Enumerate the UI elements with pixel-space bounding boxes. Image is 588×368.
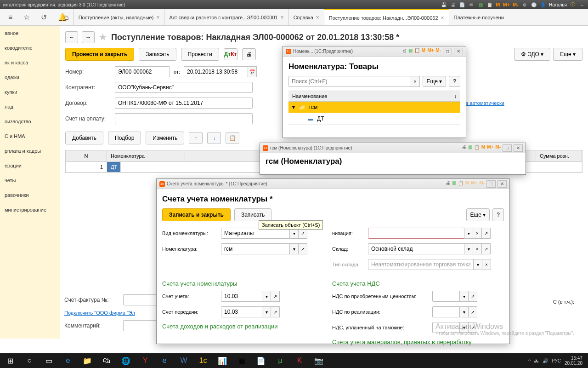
open-icon[interactable]: ↗: [271, 291, 280, 302]
word-icon[interactable]: W: [175, 354, 192, 367]
clock-icon[interactable]: 🕐: [531, 1, 537, 8]
post-close-button[interactable]: Провести и закрыть: [65, 48, 134, 61]
back-button[interactable]: ←: [65, 31, 78, 43]
print-icon[interactable]: 🖨: [462, 144, 466, 152]
kaspersky-icon[interactable]: K: [291, 354, 308, 367]
dropdown-icon[interactable]: ▾: [289, 243, 299, 254]
nds-sale-input[interactable]: [432, 306, 460, 317]
dropdown-icon[interactable]: ▾: [464, 228, 473, 239]
tray-expand-icon[interactable]: ^: [528, 358, 531, 363]
user-name[interactable]: Наталья: [549, 2, 567, 7]
sidebar-item[interactable]: авное: [0, 26, 60, 40]
save-icon[interactable]: 💾: [441, 1, 447, 8]
account-input[interactable]: [221, 291, 262, 302]
grid-icon[interactable]: ▦: [408, 48, 413, 55]
start-button[interactable]: ⊞: [2, 354, 18, 367]
mem-mplus[interactable]: M+: [503, 2, 510, 7]
tab-payment-orders[interactable]: Платежные поручени: [449, 9, 509, 25]
print-icon[interactable]: 🖨: [446, 180, 450, 188]
plus-icon[interactable]: ⊕: [521, 1, 528, 8]
mem-mminus[interactable]: M-: [495, 144, 501, 152]
print-icon[interactable]: 🖨: [450, 1, 456, 8]
forward-button[interactable]: →: [82, 31, 95, 43]
app-icon[interactable]: 📄: [253, 354, 269, 367]
selected-cell[interactable]: ДТ: [107, 162, 121, 172]
number-input[interactable]: [115, 66, 170, 77]
sidebar-item[interactable]: рплата и кадры: [0, 144, 60, 158]
list-item-gsm[interactable]: ▾📁гсм: [288, 102, 460, 113]
1c-icon[interactable]: 1c: [195, 354, 211, 367]
open-icon[interactable]: ↗: [298, 243, 307, 254]
tab-goods-receipt[interactable]: Поступление товаров: Накладн...ЭЛ00-0000…: [324, 9, 449, 25]
home-icon[interactable]: ⌂: [60, 13, 74, 22]
clear-icon[interactable]: ×: [473, 228, 482, 239]
change-button[interactable]: Изменить: [146, 132, 184, 144]
calendar-icon[interactable]: 📋: [486, 1, 493, 8]
print-icon[interactable]: 🖨: [402, 48, 407, 55]
app-icon[interactable]: ▦: [233, 354, 250, 367]
date-input[interactable]: [184, 66, 248, 77]
sidebar-item[interactable]: министрирование: [0, 202, 60, 217]
post-button[interactable]: Провести: [181, 48, 219, 61]
dropdown-icon[interactable]: ▾: [262, 291, 271, 302]
close-icon[interactable]: ×: [281, 14, 284, 21]
print-button[interactable]: 🖨: [242, 48, 256, 60]
sidebar-item[interactable]: лад: [0, 99, 60, 114]
open-icon[interactable]: ↗: [481, 228, 491, 239]
edo-button[interactable]: ⚙ ЭДО ▾: [514, 48, 550, 61]
info-icon[interactable]: ⓘ: [570, 1, 576, 8]
pick-button[interactable]: Подбор: [108, 132, 141, 144]
clear-icon[interactable]: ×: [482, 259, 491, 270]
network-icon[interactable]: 🖧: [534, 358, 539, 363]
transfer-input[interactable]: [221, 306, 262, 317]
mem-m[interactable]: M: [496, 2, 500, 7]
maximize-icon[interactable]: □: [486, 180, 496, 188]
sidebar-item[interactable]: ерации: [0, 158, 60, 173]
sidebar-item[interactable]: купки: [0, 85, 60, 99]
tab-help[interactable]: Справка×: [288, 9, 324, 25]
sidebar-item[interactable]: С и НМА: [0, 129, 60, 144]
ie-icon[interactable]: e: [156, 354, 173, 367]
help-button[interactable]: ?: [492, 208, 504, 221]
clear-icon[interactable]: ×: [473, 243, 482, 254]
task-view-icon[interactable]: ▭: [40, 354, 57, 367]
search-icon[interactable]: ○: [21, 354, 38, 367]
open-icon[interactable]: ↗: [481, 243, 491, 254]
mem-mminus[interactable]: M-: [513, 2, 519, 7]
more-button[interactable]: Еще ▾: [466, 208, 490, 221]
clear-icon[interactable]: ×: [411, 76, 420, 87]
down-button[interactable]: ↓: [207, 132, 221, 144]
close-icon[interactable]: ✕: [454, 48, 463, 55]
yandex-icon[interactable]: Y: [137, 354, 153, 367]
help-button[interactable]: ?: [449, 76, 460, 87]
dropdown-icon[interactable]: ▾: [459, 291, 469, 302]
mem-mminus[interactable]: M-: [435, 48, 441, 55]
close-icon[interactable]: ×: [156, 14, 159, 21]
warehouse-input[interactable]: [368, 243, 464, 254]
open-icon[interactable]: ↗: [271, 306, 280, 317]
clock-time[interactable]: 15:47: [565, 356, 582, 361]
mem-mplus[interactable]: M+: [427, 48, 434, 55]
open-icon[interactable]: ↗: [468, 306, 477, 317]
grid-icon[interactable]: ▦: [452, 180, 456, 188]
open-icon[interactable]: ↗: [468, 291, 477, 302]
close-icon[interactable]: ×: [316, 14, 319, 21]
history-icon[interactable]: ↺: [41, 13, 47, 22]
dropdown-icon[interactable]: ▾: [459, 306, 469, 317]
mail-icon[interactable]: ✉: [468, 1, 475, 8]
org-input[interactable]: [368, 228, 464, 239]
calendar-icon[interactable]: 📅: [248, 66, 257, 77]
dkt-button[interactable]: ДтКт: [224, 48, 237, 60]
doc-icon[interactable]: 📄: [459, 1, 465, 8]
explorer-icon[interactable]: 📁: [79, 354, 96, 367]
tab-reconciliation[interactable]: Акт сверки расчетов с контраге...ЭЛ00-00…: [164, 9, 288, 25]
calendar-icon[interactable]: 📋: [458, 180, 464, 188]
sidebar-item[interactable]: равочники: [0, 188, 60, 202]
menu-icon[interactable]: ≡: [8, 13, 12, 22]
sound-icon[interactable]: 🔊: [543, 358, 548, 363]
sidebar-item[interactable]: оизводство: [0, 114, 60, 129]
mem-m[interactable]: M: [422, 48, 425, 55]
copy-button[interactable]: 📋: [226, 132, 239, 144]
star-icon[interactable]: ☆: [23, 13, 30, 22]
add-button[interactable]: Добавить: [65, 132, 103, 144]
